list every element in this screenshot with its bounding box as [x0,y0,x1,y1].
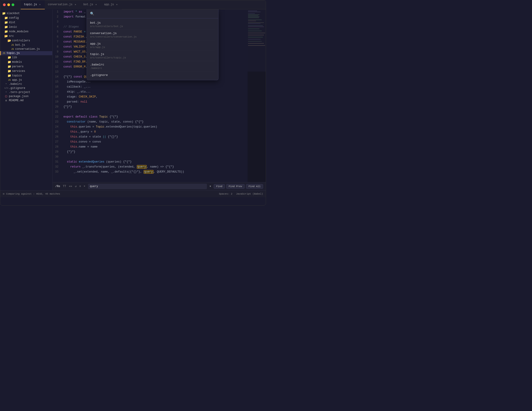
search-results: bot.js src/controllers/bot.js conversati… [87,19,218,80]
sidebar-label: bot.js [15,43,25,47]
sidebar-label: .babelrc [9,83,22,86]
search-result-bot-js[interactable]: bot.js src/controllers/bot.js [87,19,218,29]
sidebar-item-conversation-js[interactable]: JS conversation.js [0,47,52,51]
regex-label: /Re [55,185,60,188]
sidebar-item-controllers[interactable]: 📂 controllers [0,38,52,43]
sidebar-item-slackbot[interactable]: 📁 slackbot [0,11,52,16]
line-num-6: 6 [53,34,60,39]
sidebar-item-config[interactable]: 📁 config [0,16,52,20]
language-label: JavaScript (Babel) [236,192,263,195]
minimize-button[interactable] [7,3,10,6]
sidebar-label: controllers [12,39,30,42]
sidebar-item-src[interactable]: 📂 src [0,34,52,38]
find-toggle-word[interactable]: «» [69,185,72,188]
sidebar-item-lib[interactable]: 📁 lib [0,55,52,60]
traffic-lights [3,3,14,6]
line-num-18: 18 [53,94,60,99]
search-input-row: 🔍 [87,9,218,19]
sidebar-label: models [12,60,22,64]
sidebar-item-topic-js[interactable]: JS topic.js [0,51,52,55]
line-num-16: 16 [53,84,60,89]
find-all-button[interactable]: Find All [246,184,263,189]
sidebar-item-lexic[interactable]: 📁 lexic [0,25,52,29]
tab-bar: topic.js ✕ conversation.js ✕ bot.js ✕ ap… [2,0,122,9]
search-result-gitignore[interactable]: .gitignore [87,72,218,79]
find-button[interactable]: Find [214,184,225,189]
find-prev-button[interactable]: Find Prev [226,184,245,189]
sidebar-item-readme[interactable]: ▤ README.md [0,98,52,103]
result-filename: bot.js [90,21,215,25]
sidebar-item-parsers[interactable]: 📁 parsers [0,64,52,69]
close-button[interactable] [3,3,6,6]
code-line-19: parsed: null [63,99,247,104]
sidebar-item-bot-js[interactable]: JS bot.js [0,43,52,47]
tab-close-conversation[interactable]: ✕ [74,3,77,6]
sidebar-item-tern-project[interactable]: ＊ .tern-project [0,90,52,94]
find-dropdown-arrow[interactable]: ▼ [210,185,211,188]
result-path: src/app.js [90,46,215,49]
find-toggle-regex[interactable]: /Re [55,185,60,188]
sidebar-item-models[interactable]: 📁 models [0,60,52,64]
search-result-topic-js[interactable]: topic.js src/controllers/topic.js [87,51,218,61]
light-label: ☀ [84,185,85,188]
git-status-icon: ⊟ [3,192,4,195]
js-file-icon: JS [11,44,14,46]
line-num-8: 8 [53,44,60,49]
line-num-21: 21 [53,109,60,114]
tab-topic-js[interactable]: topic.js ✕ [21,0,45,9]
sidebar-item-gitignore[interactable]: </> .gitignore [0,86,52,90]
sidebar-item-node-modules[interactable]: 📁 node_modules [0,29,52,34]
sidebar-item-app-js[interactable]: JS app.js [0,78,52,82]
maximize-button[interactable] [12,3,14,6]
status-left: ⊟ Comparing against : HEAD, 45 matches [3,192,60,195]
find-bar: /Re TT «» ↺ ≡ ☀ ▼ Find Find Pre [53,182,266,190]
find-toggle-light[interactable]: ☀ [84,185,85,188]
find-toggle-wrap[interactable]: ↺ [75,185,76,188]
folder-icon: 📁 [2,12,6,15]
search-result-app-js[interactable]: app.js src/app.js [87,40,218,50]
tab-close-topic[interactable]: ✕ [38,3,42,6]
line-num-11: 11 [53,59,60,64]
js-file-icon: JS [8,79,11,81]
sidebar-item-dist[interactable]: 📁 dist [0,20,52,25]
find-input[interactable] [90,185,205,188]
main-layout: 📁 slackbot 📁 config 📁 dist 📁 lexic 📁 nod… [0,9,266,190]
search-result-conversation-js[interactable]: conversation.js src/controllers/conversa… [87,30,218,40]
line-num-14: 14 [53,74,60,79]
sidebar-item-topics[interactable]: 📁 topics [0,73,52,78]
line-numbers: 1 2 3 4 5 6 7 8 9 10 11 12 13 14 15 16 1 [53,9,63,182]
sidebar-label: config [9,16,19,19]
js-file-icon: JS [11,48,14,50]
code-editor: 🔍 bot.js src/controllers/bot.js conversa… [53,9,266,190]
result-filename: .babelrc [90,63,215,66]
result-path: src/controllers/bot.js [90,25,215,28]
line-num-30: 30 [53,154,60,159]
line-num-28: 28 [53,144,60,149]
line-num-31: 31 [53,159,60,164]
sidebar: 📁 slackbot 📁 config 📁 dist 📁 lexic 📁 nod… [0,9,53,190]
line-num-12: 12 [53,64,60,69]
sidebar-item-services[interactable]: 📁 services [0,69,52,73]
line-num-33: 33 [53,169,60,174]
folder-icon: 📁 [4,25,8,29]
tab-app-js[interactable]: app.js ✕ [101,0,122,9]
line-num-10: 10 [53,54,60,59]
code-line-26: this.state = state || {"{}"} [63,134,247,139]
word-label: «» [69,185,72,188]
sidebar-label: lexic [9,26,17,29]
search-result-babelrc[interactable]: .babelrc .babelrc [87,61,218,71]
sidebar-item-babelrc[interactable]: ＊ .babelrc [0,82,52,86]
tab-conversation-js[interactable]: conversation.js ✕ [45,0,80,9]
sidebar-label: topic.js [7,52,20,55]
tab-close-app[interactable]: ✕ [115,3,118,6]
find-toggle-case[interactable]: TT [63,185,66,188]
tab-bot-js[interactable]: bot.js ✕ [80,0,101,9]
find-toggle-preserve[interactable]: ≡ [79,185,81,188]
sidebar-item-package-json[interactable]: {} package.json [0,94,52,98]
tab-close-bot[interactable]: ✕ [95,3,98,6]
folder-icon: 📁 [4,21,8,24]
code-line-16: callback: _... [63,84,247,89]
line-num-9: 9 [53,49,60,54]
sidebar-label: package.json [9,95,28,98]
search-input[interactable] [96,12,215,16]
